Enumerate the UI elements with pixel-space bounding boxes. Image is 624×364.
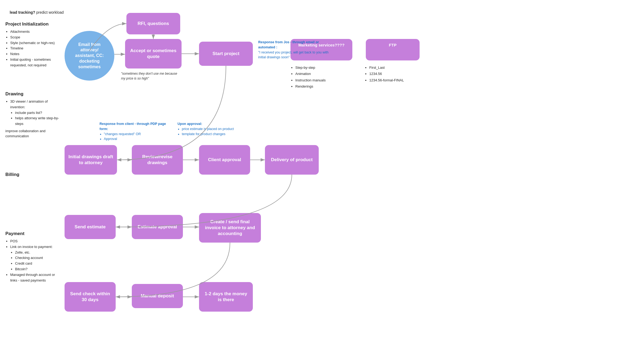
annotation-response-client: Response from client - through PDP page … (100, 121, 169, 142)
list-item: POS (10, 239, 59, 244)
list-item: Timeline (10, 46, 59, 51)
list-item: Renderings (295, 83, 326, 89)
list-item: Link on invoice to payment: Zelle, etc. … (10, 244, 59, 272)
list-item: Managed through account or links - saved… (10, 272, 59, 283)
estimate-approval-node-label: Estimate approval (138, 224, 177, 230)
send-check-node-label: Send check within 30 days (68, 291, 112, 303)
annotation-sometimes-quote: "sometimes they don't use me because my … (121, 71, 178, 81)
list-item: 1234.56-formal-FINAL (369, 77, 404, 83)
list-item: "changes requested" OR (104, 132, 169, 137)
top-label-rest: predict workload (35, 10, 64, 15)
accept-node: Accept or sometimes quote (125, 39, 182, 69)
manual-deposit-node: Manual deposit (132, 284, 183, 308)
list-item: 1234.56 (369, 71, 404, 77)
list-item: Attachments (10, 29, 59, 35)
start-node: Email from attorney/ assistant, CC: dock… (65, 31, 114, 81)
list-item: price estimate is placed on product (182, 127, 247, 132)
list-item: template for product changes (182, 132, 247, 137)
list-item: Notes (10, 51, 59, 57)
send-estimate-node-label: Send estimate (75, 224, 105, 230)
list-item: Zelle, etc. (15, 250, 59, 255)
ftp-list: First_Last 1234.56 1234.56-formal-FINAL (364, 64, 404, 83)
annotation-response-jos: Response from Jos - through email or aut… (258, 40, 334, 60)
initial-drawings-node-label: Initial drawings draft to attorney (68, 154, 114, 166)
list-item: Checking account (15, 255, 59, 261)
money-there-node: 1-2 days the money is there (199, 282, 253, 312)
final-invoice-node-label: Create / send final invoice to attorney … (202, 219, 258, 237)
sidebar-payment-title: Payment (5, 231, 59, 236)
list-item: 3D viewer / animation of invention: incl… (10, 99, 59, 127)
annotation-upon-approval-title: Upon approval: (178, 122, 202, 126)
marketing-list: Step-by-step Animation Instruction manua… (290, 64, 326, 90)
sidebar-payment-list: POS Link on invoice to payment: Zelle, e… (5, 239, 59, 283)
sidebar-drawing-list: 3D viewer / animation of invention: incl… (5, 99, 59, 127)
ftp-node: FTP (366, 39, 420, 60)
review-node-label: Review/revise drawings (135, 154, 180, 166)
sidebar-project-init: Project Initialization Attachments Scope… (5, 21, 59, 68)
rfi-node: RFI, questions (126, 13, 180, 34)
delivery-node-label: Delivery of product (271, 157, 313, 163)
review-node: Review/revise drawings (132, 145, 183, 175)
sidebar-drawing-title: Drawing (5, 91, 59, 97)
annotation-response-client-title: Response from client - through PDP page … (100, 122, 166, 131)
list-item: Scope (10, 35, 59, 40)
send-estimate-node: Send estimate (65, 215, 116, 239)
top-label: lead tracking? predict workload (10, 10, 64, 15)
sidebar-payment: Payment POS Link on invoice to payment: … (5, 231, 59, 283)
annotation-response-client-list: "changes requested" OR Approval (100, 132, 169, 142)
sidebar-drawing-note: improve collaboration and communication (5, 128, 59, 139)
estimate-approval-node: Estimate approval (132, 215, 183, 239)
list-item: Bitcoin? (15, 266, 59, 272)
list-item: include parts list? (15, 110, 59, 116)
list-item: Credit card (15, 261, 59, 266)
list-item: Style (schematic or high-res) (10, 40, 59, 46)
marketing-list-ul: Step-by-step Animation Instruction manua… (290, 64, 326, 90)
delivery-node: Delivery of product (265, 145, 319, 175)
annotation-response-jos-title: Response from Jos - through email or aut… (258, 40, 319, 49)
manual-deposit-node-label: Manual deposit (141, 293, 174, 299)
list-item: Step-by-step (295, 64, 326, 71)
start-project-node-label: Start project (212, 51, 239, 57)
client-approval-node-label: Client approval (208, 157, 241, 163)
list-item: Instruction manuals (295, 77, 326, 83)
list-item: Initial quoting - sometimes requested, n… (10, 57, 59, 68)
page-container: lead tracking? predict workload Project … (0, 0, 624, 364)
list-item: helps attorney write step-by-steps (15, 116, 59, 127)
start-project-node: Start project (199, 42, 253, 66)
send-check-node: Send check within 30 days (65, 282, 116, 312)
initial-drawings-node: Initial drawings draft to attorney (65, 145, 117, 175)
list-item: Approval (104, 136, 169, 142)
start-node-label: Email from attorney/ assistant, CC: dock… (70, 42, 109, 70)
annotation-upon-approval-list: price estimate is placed on product temp… (178, 127, 247, 137)
annotation-response-jos-text: "I received you project, will get back t… (258, 51, 329, 59)
top-label-bold: lead tracking? (10, 10, 35, 15)
list-item: Animation (295, 71, 326, 77)
sidebar-drawing: Drawing 3D viewer / animation of inventi… (5, 91, 59, 139)
client-approval-node: Client approval (199, 145, 250, 175)
money-there-node-label: 1-2 days the money is there (202, 291, 250, 303)
list-item: First_Last (369, 64, 404, 71)
ftp-node-label: FTP (389, 43, 396, 47)
sidebar-project-init-title: Project Initialization (5, 21, 59, 27)
sidebar-billing: Billing (5, 172, 59, 179)
accept-node-label: Accept or sometimes quote (128, 48, 178, 60)
rfi-node-label: RFI, questions (137, 21, 169, 27)
final-invoice-node: Create / send final invoice to attorney … (199, 213, 261, 243)
annotation-upon-approval: Upon approval: price estimate is placed … (178, 121, 247, 136)
sidebar-billing-title: Billing (5, 172, 59, 177)
sidebar-project-init-list: Attachments Scope Style (schematic or hi… (5, 29, 59, 68)
ftp-list-ul: First_Last 1234.56 1234.56-formal-FINAL (364, 64, 404, 83)
